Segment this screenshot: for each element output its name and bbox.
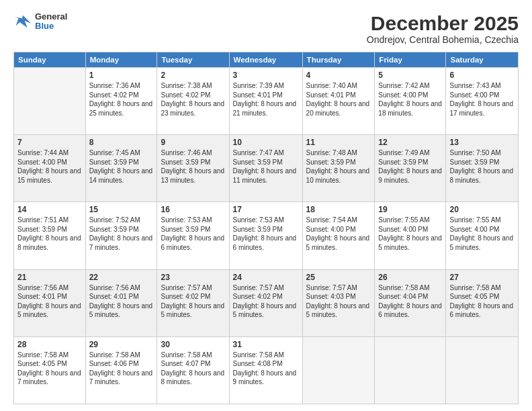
day-number: 3 bbox=[233, 71, 299, 80]
calendar-week-row: 14Sunrise: 7:51 AMSunset: 3:59 PMDayligh… bbox=[14, 202, 519, 269]
sunrise-text: Sunrise: 7:45 AM bbox=[89, 149, 140, 156]
table-row: 19Sunrise: 7:55 AMSunset: 4:00 PMDayligh… bbox=[375, 202, 446, 269]
sunrise-text: Sunrise: 7:58 AM bbox=[161, 351, 212, 359]
table-row: 12Sunrise: 7:49 AMSunset: 3:59 PMDayligh… bbox=[375, 135, 446, 202]
table-row: 1Sunrise: 7:36 AMSunset: 4:02 PMDaylight… bbox=[85, 68, 157, 135]
table-row: 30Sunrise: 7:58 AMSunset: 4:07 PMDayligh… bbox=[157, 336, 229, 404]
day-number: 5 bbox=[378, 71, 442, 80]
day-number: 30 bbox=[161, 340, 225, 349]
sunset-text: Sunset: 4:05 PM bbox=[17, 360, 67, 367]
sunset-text: Sunset: 3:59 PM bbox=[161, 226, 210, 233]
daylight-text: Daylight: 8 hours and 5 minutes. bbox=[449, 234, 513, 251]
calendar-header-row: Sunday Monday Tuesday Wednesday Thursday… bbox=[14, 52, 519, 68]
day-info: Sunrise: 7:56 AMSunset: 4:01 PMDaylight:… bbox=[89, 283, 154, 320]
day-number: 7 bbox=[17, 138, 82, 147]
sunset-text: Sunset: 4:02 PM bbox=[161, 293, 210, 300]
sunset-text: Sunset: 4:01 PM bbox=[233, 91, 283, 99]
day-number: 14 bbox=[17, 205, 82, 214]
day-number: 4 bbox=[306, 71, 371, 80]
sunset-text: Sunset: 4:01 PM bbox=[306, 91, 356, 99]
daylight-text: Daylight: 8 hours and 11 minutes. bbox=[233, 167, 297, 184]
sunset-text: Sunset: 3:59 PM bbox=[449, 158, 499, 166]
daylight-text: Daylight: 8 hours and 17 minutes. bbox=[449, 100, 513, 117]
calendar-week-row: 1Sunrise: 7:36 AMSunset: 4:02 PMDaylight… bbox=[14, 68, 519, 135]
sunrise-text: Sunrise: 7:58 AM bbox=[378, 284, 429, 291]
sunrise-text: Sunrise: 7:56 AM bbox=[89, 284, 140, 291]
sunrise-text: Sunrise: 7:46 AM bbox=[161, 149, 212, 156]
table-row: 7Sunrise: 7:44 AMSunset: 4:00 PMDaylight… bbox=[14, 135, 86, 202]
table-row: 17Sunrise: 7:53 AMSunset: 3:59 PMDayligh… bbox=[229, 202, 302, 269]
daylight-text: Daylight: 8 hours and 23 minutes. bbox=[161, 100, 224, 117]
day-info: Sunrise: 7:46 AMSunset: 3:59 PMDaylight:… bbox=[161, 148, 225, 185]
sunrise-text: Sunrise: 7:47 AM bbox=[233, 149, 284, 156]
daylight-text: Daylight: 8 hours and 5 minutes. bbox=[306, 234, 370, 251]
daylight-text: Daylight: 8 hours and 14 minutes. bbox=[89, 167, 153, 184]
day-number: 1 bbox=[89, 71, 154, 80]
daylight-text: Daylight: 8 hours and 6 minutes. bbox=[161, 234, 224, 251]
logo-icon bbox=[13, 12, 32, 31]
day-info: Sunrise: 7:44 AMSunset: 4:00 PMDaylight:… bbox=[17, 148, 82, 185]
sunset-text: Sunset: 4:02 PM bbox=[161, 91, 210, 99]
table-row: 5Sunrise: 7:42 AMSunset: 4:00 PMDaylight… bbox=[375, 68, 446, 135]
day-info: Sunrise: 7:55 AMSunset: 4:00 PMDaylight:… bbox=[378, 216, 442, 252]
sunrise-text: Sunrise: 7:58 AM bbox=[17, 351, 69, 359]
table-row bbox=[14, 68, 86, 135]
header-monday: Monday bbox=[85, 52, 157, 68]
daylight-text: Daylight: 8 hours and 5 minutes. bbox=[89, 302, 153, 319]
day-info: Sunrise: 7:57 AMSunset: 4:02 PMDaylight:… bbox=[233, 283, 299, 320]
sunset-text: Sunset: 4:02 PM bbox=[233, 293, 283, 300]
day-info: Sunrise: 7:50 AMSunset: 3:59 PMDaylight:… bbox=[449, 148, 515, 185]
sunset-text: Sunset: 4:02 PM bbox=[89, 91, 139, 99]
header-tuesday: Tuesday bbox=[157, 52, 229, 68]
day-info: Sunrise: 7:36 AMSunset: 4:02 PMDaylight:… bbox=[89, 81, 154, 118]
table-row: 21Sunrise: 7:56 AMSunset: 4:01 PMDayligh… bbox=[14, 269, 86, 336]
day-number: 29 bbox=[89, 340, 154, 349]
daylight-text: Daylight: 8 hours and 18 minutes. bbox=[378, 100, 442, 117]
sunrise-text: Sunrise: 7:43 AM bbox=[449, 82, 500, 89]
day-info: Sunrise: 7:52 AMSunset: 3:59 PMDaylight:… bbox=[89, 216, 154, 252]
daylight-text: Daylight: 8 hours and 9 minutes. bbox=[233, 369, 297, 386]
calendar-week-row: 21Sunrise: 7:56 AMSunset: 4:01 PMDayligh… bbox=[14, 269, 519, 336]
day-info: Sunrise: 7:58 AMSunset: 4:06 PMDaylight:… bbox=[89, 351, 154, 387]
sunset-text: Sunset: 3:59 PM bbox=[89, 158, 139, 166]
table-row: 22Sunrise: 7:56 AMSunset: 4:01 PMDayligh… bbox=[85, 269, 157, 336]
day-number: 22 bbox=[89, 273, 154, 282]
day-number: 23 bbox=[161, 273, 225, 282]
day-info: Sunrise: 7:58 AMSunset: 4:04 PMDaylight:… bbox=[378, 283, 442, 320]
day-number: 9 bbox=[161, 138, 225, 147]
day-number: 18 bbox=[306, 205, 371, 214]
sunrise-text: Sunrise: 7:48 AM bbox=[306, 149, 357, 156]
daylight-text: Daylight: 8 hours and 5 minutes. bbox=[161, 302, 224, 319]
logo-text: General Blue bbox=[35, 12, 67, 32]
sunrise-text: Sunrise: 7:58 AM bbox=[89, 351, 140, 359]
sunset-text: Sunset: 4:05 PM bbox=[449, 293, 499, 300]
day-number: 13 bbox=[449, 138, 515, 147]
calendar-week-row: 7Sunrise: 7:44 AMSunset: 4:00 PMDaylight… bbox=[14, 135, 519, 202]
sunrise-text: Sunrise: 7:55 AM bbox=[449, 216, 500, 224]
daylight-text: Daylight: 8 hours and 5 minutes. bbox=[17, 302, 81, 319]
header-wednesday: Wednesday bbox=[229, 52, 302, 68]
header-thursday: Thursday bbox=[302, 52, 375, 68]
sunset-text: Sunset: 3:59 PM bbox=[89, 226, 139, 233]
sunrise-text: Sunrise: 7:51 AM bbox=[17, 216, 69, 224]
day-info: Sunrise: 7:48 AMSunset: 3:59 PMDaylight:… bbox=[306, 148, 371, 185]
daylight-text: Daylight: 8 hours and 25 minutes. bbox=[89, 100, 153, 117]
table-row: 9Sunrise: 7:46 AMSunset: 3:59 PMDaylight… bbox=[157, 135, 229, 202]
table-row: 16Sunrise: 7:53 AMSunset: 3:59 PMDayligh… bbox=[157, 202, 229, 269]
sunrise-text: Sunrise: 7:56 AM bbox=[17, 284, 69, 291]
table-row: 13Sunrise: 7:50 AMSunset: 3:59 PMDayligh… bbox=[446, 135, 519, 202]
sunrise-text: Sunrise: 7:58 AM bbox=[233, 351, 284, 359]
daylight-text: Daylight: 8 hours and 8 minutes. bbox=[161, 369, 224, 386]
table-row: 11Sunrise: 7:48 AMSunset: 3:59 PMDayligh… bbox=[302, 135, 375, 202]
table-row: 27Sunrise: 7:58 AMSunset: 4:05 PMDayligh… bbox=[446, 269, 519, 336]
day-info: Sunrise: 7:53 AMSunset: 3:59 PMDaylight:… bbox=[161, 216, 225, 252]
daylight-text: Daylight: 8 hours and 8 minutes. bbox=[449, 167, 513, 184]
table-row: 15Sunrise: 7:52 AMSunset: 3:59 PMDayligh… bbox=[85, 202, 157, 269]
svg-marker-0 bbox=[15, 15, 31, 28]
daylight-text: Daylight: 8 hours and 15 minutes. bbox=[17, 167, 81, 184]
day-number: 27 bbox=[449, 273, 515, 282]
header-saturday: Saturday bbox=[446, 52, 519, 68]
table-row: 10Sunrise: 7:47 AMSunset: 3:59 PMDayligh… bbox=[229, 135, 302, 202]
sunrise-text: Sunrise: 7:54 AM bbox=[306, 216, 357, 224]
sunset-text: Sunset: 4:06 PM bbox=[89, 360, 139, 367]
